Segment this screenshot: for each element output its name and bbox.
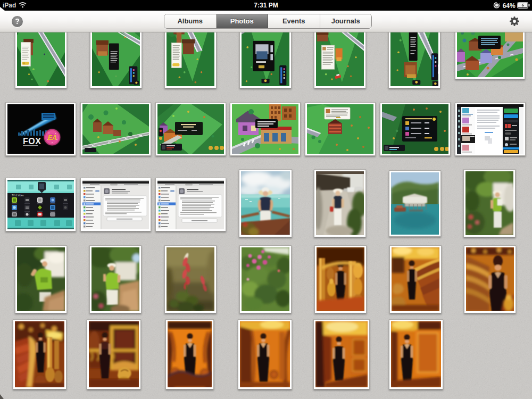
svg-text:FOX: FOX — [23, 137, 41, 146]
svg-text:TV & Video: TV & Video — [12, 194, 24, 197]
svg-text:EA: EA — [48, 134, 57, 142]
